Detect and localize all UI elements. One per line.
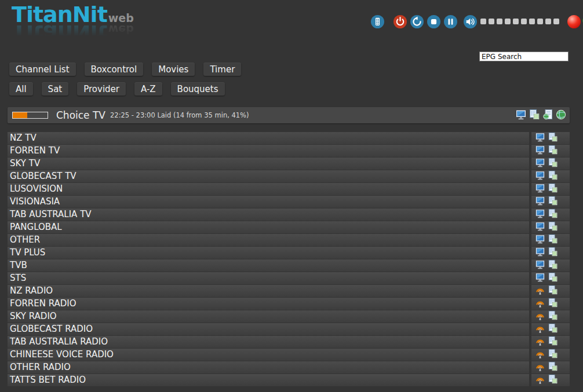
epg-page-action-button[interactable] (542, 109, 553, 122)
epg-copy-action-button[interactable] (529, 109, 540, 122)
channel-name-cell[interactable]: SKY TV (8, 157, 529, 170)
volume-segment[interactable] (489, 19, 494, 24)
epg-search-input[interactable] (479, 52, 569, 61)
power-button[interactable] (393, 15, 407, 28)
refresh-button[interactable] (410, 15, 424, 28)
channel-name-cell[interactable]: SKY RADIO (8, 310, 529, 323)
zap-button[interactable] (535, 374, 545, 386)
channel-name-cell[interactable]: PANGLOBAL (8, 221, 529, 233)
zap-button[interactable] (535, 234, 545, 246)
epg-button[interactable] (548, 208, 558, 221)
epg-button[interactable] (548, 247, 558, 259)
volume-segment[interactable] (513, 19, 519, 24)
epg-button[interactable] (548, 310, 558, 323)
nav-boxcontrol[interactable]: Boxcontrol (85, 63, 144, 76)
channel-name-cell[interactable]: OTHER (8, 234, 529, 246)
epg-button[interactable] (548, 196, 558, 208)
channel-name-cell[interactable]: FORREN TV (8, 145, 529, 157)
volume-segment[interactable] (529, 19, 535, 24)
epg-button[interactable] (548, 145, 558, 157)
epg-button[interactable] (548, 234, 558, 246)
epg-button[interactable] (548, 259, 558, 272)
zap-button[interactable] (535, 247, 545, 259)
zap-button[interactable] (535, 272, 545, 284)
volume-segment[interactable] (480, 19, 486, 24)
zap-button[interactable] (535, 208, 545, 221)
channel-name-cell[interactable]: CHINEESE VOICE RADIO (8, 349, 529, 361)
epg-copy-icon (548, 208, 558, 221)
filter-a-z[interactable]: A-Z (134, 82, 162, 96)
channel-name-cell[interactable]: TAB AUSTRALIA RADIO (8, 336, 529, 348)
epg-button[interactable] (548, 361, 558, 373)
nav-channel-list[interactable]: Channel List (9, 63, 76, 76)
channel-name-cell[interactable]: OTHER RADIO (8, 361, 529, 373)
channel-name-cell[interactable]: LUSOVISION (8, 183, 529, 195)
epg-button[interactable] (548, 157, 558, 170)
channel-name-cell[interactable]: GLOBECAST TV (8, 170, 529, 182)
nav-movies[interactable]: Movies (152, 63, 195, 76)
channel-name-cell[interactable]: NZ TV (8, 132, 529, 144)
channel-name-cell[interactable]: TV PLUS (8, 247, 529, 259)
mute-button[interactable] (464, 15, 477, 28)
channel-name-cell[interactable]: GLOBECAST RADIO (8, 323, 529, 335)
playback-controls (371, 15, 461, 28)
volume-segment[interactable] (497, 19, 502, 24)
zap-button[interactable] (535, 196, 545, 208)
zap-button[interactable] (535, 221, 545, 233)
epg-button[interactable] (548, 221, 558, 233)
channel-name-cell[interactable]: VISIONASIA (8, 196, 529, 208)
zap-button[interactable] (535, 132, 545, 144)
pause-icon (444, 15, 457, 28)
zap-button[interactable] (535, 298, 545, 310)
channel-name-cell[interactable]: TAB AUSTRALIA TV (8, 208, 529, 221)
zap-button[interactable] (535, 336, 545, 348)
epg-button[interactable] (548, 183, 558, 195)
filter-all[interactable]: All (9, 82, 33, 96)
channel-name-cell[interactable]: FORREN RADIO (8, 298, 529, 310)
zap-button[interactable] (535, 183, 545, 195)
zap-button[interactable] (535, 170, 545, 182)
epg-button[interactable] (548, 132, 558, 144)
remote-icon (371, 15, 384, 28)
channel-name-cell[interactable]: NZ RADIO (8, 285, 529, 297)
epg-button[interactable] (548, 323, 558, 335)
zap-button[interactable] (535, 349, 545, 361)
volume-segment[interactable] (521, 19, 527, 24)
remote-button[interactable] (371, 15, 384, 28)
channel-row-actions (531, 132, 570, 144)
nav-timer[interactable]: Timer (203, 63, 241, 76)
globe-action-button[interactable] (555, 109, 567, 122)
zap-button[interactable] (535, 259, 545, 272)
zap-button[interactable] (535, 285, 545, 297)
filter-sat[interactable]: Sat (42, 82, 69, 96)
tv-action-button[interactable] (515, 109, 527, 122)
tv-icon (535, 157, 545, 170)
volume-segment[interactable] (553, 19, 559, 24)
epg-button[interactable] (548, 349, 558, 361)
channel-row-panglobal: PANGLOBAL (0, 221, 583, 234)
radio-icon (535, 310, 545, 323)
zap-button[interactable] (535, 323, 545, 335)
volume-segment[interactable] (505, 19, 511, 24)
channel-name-cell[interactable]: TATTS BET RADIO (8, 374, 529, 386)
pause-button[interactable] (444, 15, 457, 28)
filter-provider[interactable]: Provider (77, 82, 126, 96)
epg-button[interactable] (548, 170, 558, 182)
filter-bouquets[interactable]: Bouquets (171, 82, 225, 96)
epg-button[interactable] (548, 374, 558, 386)
epg-button[interactable] (548, 298, 558, 310)
zap-button[interactable] (535, 145, 545, 157)
epg-button[interactable] (548, 285, 558, 297)
channel-name-cell[interactable]: TVB (8, 259, 529, 272)
epg-button[interactable] (548, 272, 558, 284)
zap-button[interactable] (535, 310, 545, 323)
stop-button[interactable] (427, 15, 440, 28)
zap-button[interactable] (535, 157, 545, 170)
volume-segment[interactable] (545, 19, 551, 24)
zap-button[interactable] (535, 361, 545, 373)
tv-icon (535, 183, 545, 195)
channel-name-cell[interactable]: STS (8, 272, 529, 284)
epg-button[interactable] (548, 336, 558, 348)
channel-row-actions (531, 336, 570, 348)
volume-segment[interactable] (537, 19, 543, 24)
